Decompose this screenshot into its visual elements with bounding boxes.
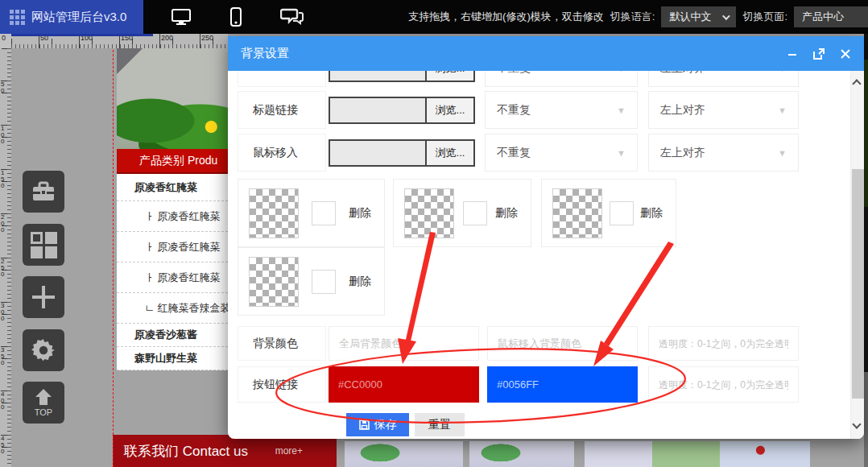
dialog-scrollbar[interactable]: [850, 71, 864, 439]
scroll-up-icon[interactable]: [852, 79, 861, 88]
category-item[interactable]: ㅏ 原凌香红腌菜: [117, 232, 228, 262]
mini-input[interactable]: [312, 270, 336, 294]
file-field[interactable]: [329, 139, 425, 167]
brand-underline: [11, 34, 153, 36]
modules-button[interactable]: [23, 224, 64, 266]
apps-grid-icon[interactable]: [10, 10, 25, 25]
delete-link[interactable]: 删除: [640, 206, 663, 221]
field-label: 标题链接: [238, 91, 326, 129]
opacity-input[interactable]: [648, 326, 799, 361]
background-settings-dialog: 背景设置 浏览... 不重复▼ 左上对齐▼ 标题链接 浏览... 不重复▼: [228, 36, 864, 439]
repeat-select[interactable]: 不重复▼: [485, 91, 638, 129]
dialog-title: 背景设置: [241, 46, 289, 61]
transparency-preview: [249, 257, 299, 307]
form-row-button-link: 按钮链接: [238, 366, 799, 403]
delete-link[interactable]: 删除: [349, 206, 371, 221]
desktop-preview-icon[interactable]: [171, 8, 192, 26]
save-icon: [359, 419, 370, 430]
browse-button[interactable]: 浏览...: [425, 139, 475, 167]
close-icon[interactable]: [840, 48, 851, 60]
scroll-top-button[interactable]: TOP: [23, 382, 64, 424]
mini-input[interactable]: [610, 201, 634, 225]
maximize-button[interactable]: [812, 48, 825, 60]
page-switch-label: 切换页面:: [742, 10, 787, 24]
product-photo[interactable]: [345, 441, 463, 467]
opacity-input[interactable]: [648, 366, 799, 403]
button-color-input-blue[interactable]: [487, 366, 638, 403]
form-row-title-link: 标题链接 浏览... 不重复▼ 左上对齐▼: [238, 91, 799, 129]
gear-icon: [31, 338, 56, 362]
hover-bg-color-input[interactable]: [487, 326, 638, 361]
delete-link[interactable]: 删除: [349, 275, 371, 289]
chevron-down-icon: ▼: [778, 71, 787, 73]
category-item[interactable]: ㄴ 红腌菜香辣盒装: [117, 293, 228, 324]
align-select[interactable]: 左上对齐▼: [648, 71, 799, 87]
image-preview-card: 删除: [541, 179, 676, 247]
chat-icon[interactable]: [280, 8, 304, 26]
product-photo[interactable]: [585, 441, 810, 467]
delete-link[interactable]: 删除: [495, 206, 518, 221]
repeat-select[interactable]: 不重复▼: [485, 71, 638, 87]
scroll-top-label: TOP: [35, 407, 52, 417]
page-select-value: 产品中心: [802, 10, 844, 24]
align-select[interactable]: 左上对齐▼: [648, 91, 799, 129]
image-preview-card: 删除: [238, 247, 385, 316]
banner-photo: [117, 48, 228, 149]
field-label: 背景颜色: [238, 326, 326, 361]
page-select[interactable]: 产品中心: [794, 6, 868, 27]
product-photo[interactable]: [469, 441, 574, 467]
category-item[interactable]: ㅏ 原凌香红腌菜: [117, 262, 228, 293]
global-bg-color-input[interactable]: [329, 326, 479, 361]
mini-input[interactable]: [312, 201, 336, 225]
plus-icon: [30, 283, 57, 311]
contact-more-link[interactable]: more+: [275, 445, 303, 457]
category-item[interactable]: 原凌香红腌菜: [117, 174, 228, 201]
category-list: 原凌香红腌菜 ㅏ 原凌香红腌菜 ㅏ 原凌香红腌菜 ㅏ 原凌香红腌菜 ㄴ 红腌菜香…: [117, 174, 228, 370]
top-bar: 网站管理后台v3.0 支持拖拽，右键增加(修改)模块，双击修改 切换语言: 默认…: [0, 0, 868, 34]
save-button[interactable]: 保存: [346, 413, 409, 436]
add-module-button[interactable]: [23, 276, 64, 318]
reset-button[interactable]: 重置: [415, 413, 465, 436]
scrollbar-thumb[interactable]: [852, 169, 864, 399]
category-item[interactable]: ㅏ 原凌香红腌菜: [117, 201, 228, 232]
form-row-bg-color: 背景颜色: [238, 326, 799, 361]
browse-button[interactable]: 浏览...: [425, 97, 475, 124]
browse-button[interactable]: 浏览...: [425, 71, 475, 82]
lang-select[interactable]: 默认中文: [661, 6, 736, 27]
toolbox-button[interactable]: [23, 171, 64, 213]
repeat-select[interactable]: 不重复▼: [485, 134, 638, 172]
arrow-up-icon: [33, 389, 54, 407]
lang-select-value: 默认中文: [669, 10, 711, 24]
file-field[interactable]: [329, 71, 425, 82]
field-label: 鼠标移入: [238, 134, 326, 172]
ruler-origin: 0: [0, 34, 11, 48]
file-input[interactable]: 浏览...: [329, 71, 477, 87]
chevron-down-icon: ▼: [778, 105, 787, 115]
image-preview-card: 删除: [238, 179, 385, 247]
file-field[interactable]: [329, 97, 425, 124]
vertical-ruler: 50 100 150 200 250 300 350 400 450: [0, 48, 11, 467]
category-panel-header: 产品类别 Produ: [117, 149, 228, 174]
category-item[interactable]: 原凌香沙葱酱: [117, 324, 228, 347]
chevron-down-icon: ▼: [617, 71, 626, 73]
mobile-preview-icon[interactable]: [230, 7, 242, 27]
contact-title: 联系我们 Contact us: [124, 442, 248, 461]
minimize-button[interactable]: [787, 48, 798, 60]
button-color-input-red[interactable]: [329, 366, 479, 403]
form-row-mouse-enter: 鼠标移入 浏览... 不重复▼ 左上对齐▼: [238, 134, 799, 172]
field-label: [238, 71, 326, 87]
category-item[interactable]: 森野山野生菜: [117, 347, 228, 370]
dialog-body: 浏览... 不重复▼ 左上对齐▼ 标题链接 浏览... 不重复▼ 左上对齐▼ 鼠…: [228, 71, 864, 439]
dialog-header[interactable]: 背景设置: [228, 36, 864, 71]
scroll-down-icon[interactable]: [852, 419, 861, 428]
app-brand: 网站管理后台v3.0: [0, 0, 143, 34]
transparency-preview: [249, 188, 299, 238]
file-input[interactable]: 浏览...: [329, 134, 477, 172]
file-input[interactable]: 浏览...: [329, 91, 477, 129]
settings-button[interactable]: [23, 329, 64, 371]
form-row-clipped: 浏览... 不重复▼ 左上对齐▼: [238, 71, 799, 87]
align-select[interactable]: 左上对齐▼: [648, 134, 799, 172]
mini-input[interactable]: [463, 201, 487, 225]
transparency-preview: [552, 188, 602, 238]
transparency-preview: [404, 188, 454, 238]
